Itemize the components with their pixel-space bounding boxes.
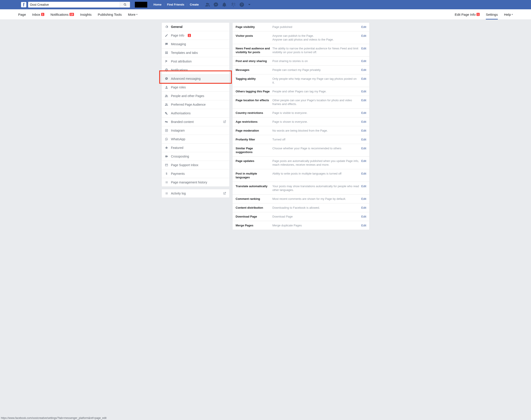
sidebar-item-people-and-other-pages[interactable]: People and other Pages bbox=[162, 92, 229, 100]
tab-settings[interactable]: Settings bbox=[486, 13, 498, 16]
setting-description: Downloading to Facebook is allowed. bbox=[272, 206, 361, 210]
friends-icon[interactable] bbox=[205, 2, 210, 7]
edit-link[interactable]: Edit bbox=[361, 68, 366, 72]
search-button[interactable] bbox=[120, 2, 130, 8]
find-friends-link[interactable]: Find Friends bbox=[164, 3, 187, 6]
edit-link[interactable]: Edit bbox=[361, 172, 366, 179]
sidebar-item-label: Branded content bbox=[171, 120, 194, 124]
account-menu-icon[interactable] bbox=[248, 4, 251, 5]
tab-inbox-label: Inbox bbox=[32, 13, 40, 16]
sidebar-item-instagram[interactable]: Instagram bbox=[162, 126, 229, 135]
setting-description: Your posts may show translations automat… bbox=[272, 184, 361, 192]
edit-link[interactable]: Edit bbox=[361, 46, 366, 54]
tab-more[interactable]: More ▾ bbox=[128, 13, 137, 16]
tab-inbox[interactable]: Inbox 1 bbox=[32, 13, 44, 16]
sidebar-item-templates-and-tabs[interactable]: Templates and tabs bbox=[162, 48, 229, 57]
edit-link[interactable]: Edit bbox=[361, 197, 366, 201]
edit-link[interactable]: Edit bbox=[361, 77, 366, 84]
setting-row-age-restrictions: Age restrictionsPage is shown to everyon… bbox=[233, 117, 369, 126]
setting-label: Visitor posts bbox=[236, 34, 272, 41]
sidebar-item-page-roles[interactable]: Page roles bbox=[162, 83, 229, 92]
notifications-bell-icon[interactable] bbox=[222, 2, 227, 7]
globe-icon bbox=[165, 68, 168, 72]
tab-edit-page-info[interactable]: Edit Page Info 1 bbox=[455, 13, 480, 16]
edit-link[interactable]: Edit bbox=[361, 184, 366, 192]
edit-link[interactable]: Edit bbox=[361, 146, 366, 154]
search-input[interactable] bbox=[28, 3, 120, 6]
edit-link[interactable]: Edit bbox=[361, 111, 366, 115]
edit-link[interactable]: Edit bbox=[361, 215, 366, 218]
list-icon bbox=[165, 192, 168, 195]
dollar-icon: $ bbox=[165, 172, 168, 175]
edit-link[interactable]: Edit bbox=[361, 206, 366, 210]
pencil-icon bbox=[165, 34, 168, 37]
sidebar-badge: 1 bbox=[188, 34, 191, 37]
tab-insights[interactable]: Insights bbox=[80, 13, 92, 16]
sidebar-item-label: Authorisations bbox=[171, 111, 191, 115]
setting-label: News Feed audience and visibility for po… bbox=[236, 46, 272, 54]
edit-link[interactable]: Edit bbox=[361, 159, 366, 166]
sidebar-item-advanced-messaging[interactable]: Advanced messaging bbox=[162, 75, 229, 83]
sidebar-item-page-support-inbox[interactable]: Page Support Inbox bbox=[162, 161, 229, 169]
edit-link[interactable]: Edit bbox=[361, 137, 366, 141]
sidebar-item-label: Activity log bbox=[171, 192, 186, 195]
home-link[interactable]: Home bbox=[151, 3, 164, 6]
edit-link[interactable]: Edit bbox=[361, 90, 366, 93]
edit-link[interactable]: Edit bbox=[361, 59, 366, 63]
facebook-logo[interactable]: f bbox=[21, 2, 26, 7]
sidebar-item-whatsapp[interactable]: WhatsApp bbox=[162, 135, 229, 144]
sidebar-item-branded-content[interactable]: Branded content bbox=[162, 118, 229, 126]
setting-description: Turned off bbox=[272, 137, 361, 141]
help-circle-icon[interactable]: ? bbox=[239, 2, 244, 7]
messenger-icon[interactable] bbox=[213, 2, 219, 7]
quick-help-icon[interactable] bbox=[231, 2, 236, 7]
tab-page[interactable]: Page bbox=[18, 13, 26, 16]
setting-description: Choose whether your Page is recommended … bbox=[272, 146, 361, 154]
edit-link[interactable]: Edit bbox=[361, 120, 366, 124]
sidebar-item-page-management-history[interactable]: Page management history bbox=[162, 178, 229, 187]
create-link[interactable]: Create bbox=[187, 3, 201, 6]
top-links: Home Find Friends Create bbox=[151, 3, 202, 6]
sidebar-item-authorisations[interactable]: Authorisations bbox=[162, 109, 229, 118]
tab-help[interactable]: Help ▾ bbox=[504, 13, 513, 16]
content-area: GeneralPage Info1MessagingTemplates and … bbox=[162, 22, 369, 230]
sidebar-item-label: People and other Pages bbox=[171, 94, 204, 98]
svg-text:?: ? bbox=[241, 3, 243, 6]
sidebar-item-general[interactable]: General bbox=[162, 23, 229, 31]
sidebar-item-featured[interactable]: Featured bbox=[162, 144, 229, 152]
sidebar-item-preferred-page-audience[interactable]: Preferred Page Audience bbox=[162, 100, 229, 109]
tab-publishing-tools[interactable]: Publishing Tools bbox=[98, 13, 122, 16]
setting-description: Merge duplicate Pages bbox=[272, 224, 361, 227]
setting-row-news-feed-audience-and-visibility-for-posts: News Feed audience and visibility for po… bbox=[233, 44, 369, 57]
sidebar-item-label: Post attribution bbox=[171, 60, 192, 63]
edit-link[interactable]: Edit bbox=[361, 224, 366, 227]
search-container bbox=[28, 2, 130, 8]
setting-description: People can contact my Page privately. bbox=[272, 68, 361, 72]
sidebar-item-label: WhatsApp bbox=[171, 137, 185, 141]
edit-link[interactable]: Edit bbox=[361, 34, 366, 41]
sidebar-item-payments[interactable]: $Payments bbox=[162, 169, 229, 178]
setting-description: Only people who help manage my Page can … bbox=[272, 77, 361, 84]
sidebar-item-activity-log[interactable]: Activity log bbox=[162, 189, 229, 198]
sidebar-item-post-attribution[interactable]: Post attribution bbox=[162, 57, 229, 66]
setting-row-messages: MessagesPeople can contact my Page priva… bbox=[233, 66, 369, 75]
setting-description: Most recent comments are shown for my Pa… bbox=[272, 197, 361, 201]
search-icon bbox=[124, 3, 127, 6]
edit-link[interactable]: Edit bbox=[361, 98, 366, 106]
sidebar-item-crossposting[interactable]: Crossposting bbox=[162, 152, 229, 161]
setting-row-download-page: Download PageDownload PageEdit bbox=[233, 212, 369, 221]
list-icon bbox=[165, 180, 168, 184]
edit-link[interactable]: Edit bbox=[361, 25, 366, 29]
sidebar-item-messaging[interactable]: Messaging bbox=[162, 40, 229, 48]
sidebar-item-label: Instagram bbox=[171, 129, 185, 132]
inbox-badge: 1 bbox=[41, 13, 44, 16]
sidebar-item-label: Advanced messaging bbox=[171, 77, 201, 80]
setting-description: Page posts are automatically published w… bbox=[272, 159, 361, 166]
setting-label: Post and story sharing bbox=[236, 59, 272, 63]
page-nav: Page Inbox 1 Notifications 13 Insights P… bbox=[0, 9, 531, 20]
tab-notifications[interactable]: Notifications 13 bbox=[50, 13, 74, 16]
sidebar-item-page-info[interactable]: Page Info1 bbox=[162, 31, 229, 40]
sidebar-item-notifications[interactable]: Notifications bbox=[162, 66, 229, 75]
profile-avatar[interactable] bbox=[135, 2, 147, 8]
edit-link[interactable]: Edit bbox=[361, 129, 366, 133]
